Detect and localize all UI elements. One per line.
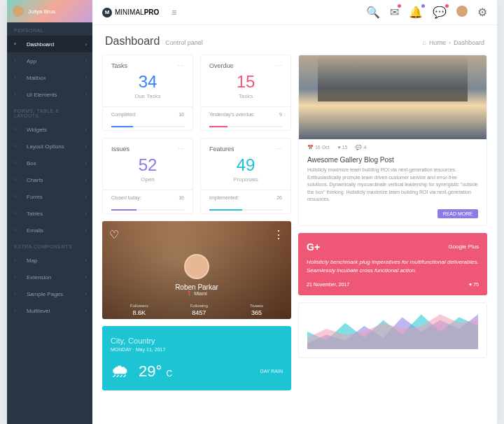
chevron-right-icon: ›: [85, 195, 87, 199]
chevron-right-icon: ›: [85, 76, 87, 80]
sidebar-section-label: FORMS, TABLE & LAYOUTS: [7, 103, 92, 121]
more-icon[interactable]: ⋮: [273, 228, 284, 241]
stat-menu-icon[interactable]: ⋯: [178, 62, 184, 69]
chart-card: [298, 302, 487, 358]
sidebar-item-extension[interactable]: ▫Extension›: [7, 269, 92, 285]
gallery-card: 📅 16 Oct ♥ 15 💬 4 Awesome Gallery Blog P…: [298, 55, 487, 226]
user-avatar-icon[interactable]: [456, 6, 468, 20]
mail-icon[interactable]: ✉: [390, 6, 399, 19]
ui-icon: ▫: [14, 91, 21, 98]
sidebar-item-tables[interactable]: ▫Tables›: [7, 205, 92, 222]
mail-icon: ▫: [14, 74, 21, 81]
gallery-comments[interactable]: 💬 4: [356, 145, 366, 150]
read-more-button[interactable]: READ MORE: [438, 209, 478, 218]
gplus-icon: G+: [307, 241, 320, 253]
gallery-title: Awesome Gallery Blog Post: [307, 156, 478, 164]
chevron-right-icon: ›: [85, 292, 87, 297]
sidebar-item-map[interactable]: ▫Map›: [7, 252, 92, 269]
chevron-right-icon: ›: [85, 161, 87, 166]
breadcrumb: ⌂ Home › Dashboard: [423, 39, 484, 46]
search-icon[interactable]: 🔍: [366, 6, 380, 19]
ext-icon: ▫: [14, 274, 21, 281]
profile-card: ♡ ⋮ Roben Parkar 📍 Miami Followers8.6K F…: [102, 221, 291, 319]
chat-icon[interactable]: 💬: [433, 6, 447, 19]
gplus-brand: Google Plus: [448, 243, 479, 250]
gallery-date: 📅 16 Oct: [307, 145, 330, 150]
chevron-right-icon: ›: [85, 144, 87, 149]
gallery-text: Holisticly maximize team building ROI vi…: [307, 167, 478, 204]
chevron-right-icon: ›: [85, 42, 87, 47]
chevron-right-icon: ›: [85, 258, 87, 263]
form-icon: ▫: [14, 193, 21, 200]
avatar: [13, 6, 24, 17]
dashboard-icon: ▫: [14, 41, 21, 48]
chart-icon: ▫: [14, 176, 21, 183]
sidebar-section-label: PERSONAL: [7, 22, 92, 36]
gplus-card: G+ Google Plus Holisticly benchmark plug…: [298, 233, 487, 295]
profile-avatar: [184, 254, 209, 279]
page-title: Dashboard: [105, 35, 160, 48]
mail-icon: ▫: [14, 227, 21, 234]
user-name: Juliya Brus: [28, 8, 55, 15]
chevron-right-icon: ›: [85, 59, 87, 64]
chevron-right-icon: ›: [85, 228, 87, 233]
sidebar-item-forms[interactable]: ▫Forms›: [7, 188, 92, 205]
profile-location: 📍 Miami: [109, 291, 284, 297]
weather-card: City, Country MONDAY · May 11, 2017 🌧 29…: [102, 326, 291, 390]
hamburger-icon[interactable]: ≡: [172, 8, 176, 17]
logo[interactable]: M MINIMALPRO: [102, 8, 159, 17]
sidebar-item-multilevel[interactable]: ▫Multilevel›: [7, 302, 92, 319]
gallery-likes[interactable]: ♥ 15: [338, 145, 348, 150]
sidebar-item-widgets[interactable]: ▫Widgets›: [7, 121, 92, 138]
layout-icon: ▫: [14, 143, 21, 150]
sidebar-item-layout-options[interactable]: ▫Layout Options›: [7, 138, 92, 155]
sidebar-section-label: EXTRA COMPONENTS: [7, 239, 92, 252]
stat-card-features: Features⋯49ProposalsImplemented:26.bar[s…: [200, 138, 291, 214]
sidebar-item-box[interactable]: ▫Box›: [7, 155, 92, 171]
page-subtitle: Control panel: [165, 39, 203, 46]
stat-menu-icon[interactable]: ⋯: [178, 146, 184, 153]
gear-icon[interactable]: ⚙: [477, 6, 487, 19]
heart-icon[interactable]: ♡: [109, 228, 119, 241]
sidebar-item-sample-pages[interactable]: ▫Sample Pages›: [7, 285, 92, 302]
box-icon: ▫: [14, 160, 21, 167]
widget-icon: ▫: [14, 126, 21, 133]
user-panel[interactable]: Juliya Brus: [7, 0, 92, 22]
multi-icon: ▫: [14, 307, 21, 314]
chevron-right-icon: ›: [85, 309, 87, 313]
chevron-right-icon: ›: [85, 92, 87, 97]
topbar: M MINIMALPRO ≡ 🔍 ✉ 🔔 💬 ⚙: [92, 0, 497, 25]
sidebar-item-charts[interactable]: ▫Charts›: [7, 171, 92, 188]
page-icon: ▫: [14, 290, 21, 297]
home-icon[interactable]: ⌂: [423, 39, 426, 46]
logo-mark-icon: M: [102, 8, 112, 17]
sidebar-item-ui-elements[interactable]: ▫UI Elements›: [7, 86, 92, 103]
gplus-date: 21 November, 2017: [307, 282, 349, 287]
chevron-right-icon: ›: [85, 211, 87, 216]
sidebar-item-app[interactable]: ▫App›: [7, 52, 92, 69]
stat-card-tasks: Tasks⋯34Due TasksCompleted:16.bar[style*…: [102, 55, 193, 131]
gallery-image: [299, 55, 486, 139]
stat-card-overdue: Overdue⋯15TasksYesterday's overdue:9.bar…: [200, 55, 291, 131]
profile-name: Roben Parkar: [109, 283, 284, 291]
chevron-right-icon: ›: [85, 275, 87, 280]
sidebar: Juliya Brus PERSONAL▫Dashboard›▫App›▫Mai…: [7, 0, 92, 424]
gplus-likes[interactable]: ♥ 75: [469, 282, 479, 287]
map-icon: ▫: [14, 257, 21, 264]
weather-rain-icon: 🌧: [111, 360, 129, 382]
grid-icon: ▫: [14, 57, 21, 64]
stat-menu-icon[interactable]: ⋯: [276, 62, 282, 69]
stat-card-issues: Issues⋯52OpenClosed today:16.bar[style*=…: [102, 138, 193, 214]
sidebar-item-mailbox[interactable]: ▫Mailbox›: [7, 69, 92, 86]
chevron-right-icon: ›: [85, 127, 87, 132]
chevron-right-icon: ›: [85, 178, 87, 183]
table-icon: ▫: [14, 210, 21, 217]
stat-menu-icon[interactable]: ⋯: [276, 146, 282, 153]
sidebar-item-emails[interactable]: ▫Emails›: [7, 222, 92, 239]
bell-icon[interactable]: 🔔: [409, 6, 423, 19]
gplus-text: Holisticly benchmark plug imperatives fo…: [307, 258, 479, 275]
sidebar-item-dashboard[interactable]: ▫Dashboard›: [7, 36, 92, 52]
